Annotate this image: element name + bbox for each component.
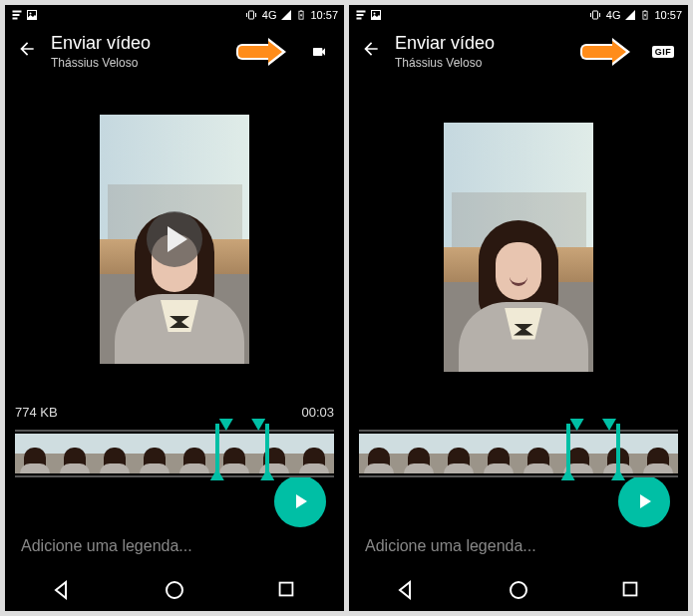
notification-icon [355,9,367,21]
clock: 10:57 [310,9,338,21]
network-label: 4G [262,9,277,21]
tutorial-pointer-arrow [236,39,288,65]
play-button[interactable] [147,211,202,267]
video-mode-toggle[interactable] [306,43,332,61]
svg-rect-15 [592,11,597,19]
phone-left: 4G 10:57 Enviar vídeo Thássius Veloso [5,5,344,611]
notification-icon [11,9,23,21]
nav-recents[interactable] [275,578,299,602]
trim-timeline[interactable] [349,424,688,481]
signal-icon [624,9,636,21]
timeline-thumb[interactable] [135,434,174,473]
timeline-thumb[interactable] [558,434,598,473]
timeline-thumb[interactable] [254,434,294,473]
caption-input[interactable]: Adicione uma legenda... [5,527,344,569]
timeline-thumb[interactable] [519,434,558,473]
vibrate-icon [588,9,602,21]
back-button[interactable] [17,39,37,64]
timeline-thumb[interactable] [294,434,334,473]
svg-point-8 [167,582,182,598]
image-notification-icon [370,9,382,21]
vibrate-icon [244,9,258,21]
timeline-thumb[interactable] [95,434,135,473]
svg-rect-11 [357,14,364,16]
android-nav-bar [5,569,344,611]
file-size: 774 KB [15,405,58,420]
tutorial-pointer-arrow [580,39,632,65]
recipient-name: Thássius Veloso [395,56,566,70]
video-info: 774 KB 00:03 [5,401,344,424]
svg-rect-19 [624,583,637,596]
timeline-thumb[interactable] [638,434,678,473]
send-button[interactable] [618,475,670,527]
svg-rect-10 [357,11,366,13]
timeline-thumb[interactable] [439,434,479,473]
image-notification-icon [26,9,38,21]
svg-rect-12 [357,18,362,20]
duration: 00:03 [301,405,334,420]
page-title: Enviar vídeo [395,33,566,54]
timeline-thumb[interactable] [55,434,95,473]
video-preview[interactable] [349,78,688,416]
svg-point-14 [374,13,376,15]
timeline-thumb[interactable] [214,434,254,473]
svg-rect-17 [645,10,647,11]
timeline-thumb[interactable] [15,434,55,473]
nav-back[interactable] [394,578,418,602]
timeline-thumb[interactable] [598,434,638,473]
network-label: 4G [606,9,621,21]
svg-point-18 [511,582,526,598]
android-nav-bar [349,569,688,611]
nav-recents[interactable] [619,578,643,602]
svg-rect-0 [13,11,22,13]
timeline-thumb[interactable] [479,434,519,473]
nav-home[interactable] [507,578,530,602]
caption-input[interactable]: Adicione uma legenda... [349,527,688,569]
video-preview[interactable] [5,78,344,401]
nav-home[interactable] [163,578,186,602]
nav-back[interactable] [50,578,74,602]
status-bar: 4G 10:57 [349,5,688,25]
timeline-thumb[interactable] [174,434,214,473]
send-button[interactable] [274,475,326,527]
gif-badge: GIF [652,46,675,58]
timeline-thumb[interactable] [399,434,439,473]
clock: 10:57 [654,9,682,21]
svg-rect-1 [13,14,20,16]
timeline-thumb[interactable] [359,434,399,473]
phone-right: 4G 10:57 Enviar vídeo Thássius Veloso GI… [349,5,688,611]
svg-rect-9 [280,583,293,596]
signal-icon [280,9,292,21]
header: Enviar vídeo Thássius Veloso [5,25,344,78]
gif-mode-toggle[interactable]: GIF [650,43,676,61]
status-bar: 4G 10:57 [5,5,344,25]
trim-timeline[interactable] [5,424,344,481]
svg-rect-7 [301,10,303,11]
page-title: Enviar vídeo [51,33,222,54]
header: Enviar vídeo Thássius Veloso GIF [349,25,688,78]
recipient-name: Thássius Veloso [51,56,222,70]
svg-point-4 [30,13,32,15]
battery-charging-icon [640,8,650,22]
svg-rect-2 [13,18,18,20]
battery-charging-icon [296,8,306,22]
svg-rect-5 [248,11,253,19]
video-info [349,416,688,424]
back-button[interactable] [361,39,381,64]
